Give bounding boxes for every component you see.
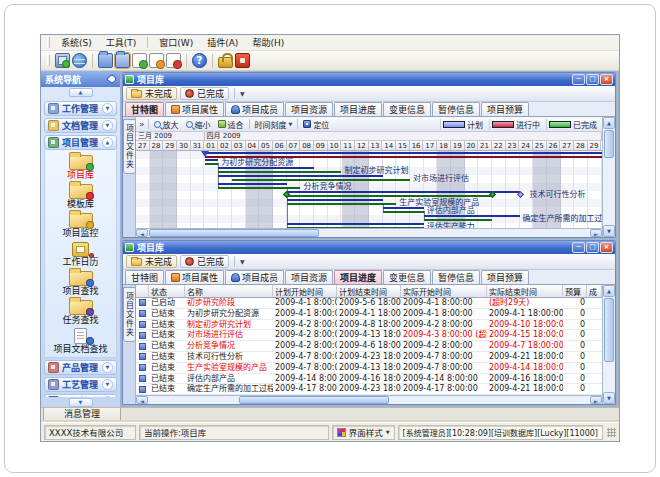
expand-icon[interactable]: ▼ bbox=[102, 103, 113, 114]
gantt-tab-6[interactable]: 暂停信息 bbox=[432, 102, 480, 116]
scroll-up-button[interactable] bbox=[603, 285, 615, 297]
task-done-bar[interactable] bbox=[287, 195, 493, 197]
gantt-tab-1[interactable]: 项目属性 bbox=[165, 102, 224, 116]
scroll-right-button[interactable] bbox=[590, 229, 602, 237]
table-tab-7[interactable]: 项目预算 bbox=[481, 270, 529, 284]
sidebar-group-process-mgmt[interactable]: 工艺管理▼ bbox=[44, 377, 117, 392]
task-plan-bar[interactable] bbox=[287, 199, 383, 201]
gantt-tab-2[interactable]: 项目成员 bbox=[225, 102, 284, 116]
sidebar-scroll-down-button[interactable] bbox=[69, 398, 93, 407]
toolbar-grip[interactable] bbox=[47, 55, 50, 66]
filter-unfinished-button[interactable]: 未完成 bbox=[126, 255, 177, 268]
gantt-chart[interactable]: 为初步研究分配资源制定初步研究计划对市场进行评估分析竞争情况技术可行性分析生产实… bbox=[136, 151, 602, 228]
filter-unfinished-button[interactable]: 未完成 bbox=[126, 87, 177, 100]
fit-button[interactable]: 适合 bbox=[216, 119, 246, 130]
gantt-tab-3[interactable]: 项目资源 bbox=[285, 102, 333, 116]
column-header-1[interactable]: 状态 bbox=[149, 285, 185, 297]
table-row[interactable]: 已结束为初步研究分配资源2009-4-1 8:00:002009-4-1 18:… bbox=[136, 309, 602, 320]
task-done-bar[interactable] bbox=[383, 211, 424, 213]
zoom-in-button[interactable]: 放大 bbox=[152, 119, 181, 130]
table-tab-2[interactable]: 项目成员 bbox=[225, 270, 284, 284]
task-done-bar[interactable] bbox=[205, 163, 219, 165]
expand-icon[interactable]: ▼ bbox=[102, 120, 113, 131]
mail-delete-icon[interactable] bbox=[166, 53, 181, 68]
menu-item-1[interactable]: 工具(T) bbox=[99, 35, 144, 50]
scroll-up-button[interactable] bbox=[603, 117, 615, 129]
pin-icon[interactable] bbox=[106, 73, 117, 84]
sidebar-item-work-calendar[interactable]: 工作日历 bbox=[45, 240, 116, 267]
gantt-tab-4[interactable]: 项目进度 bbox=[334, 102, 382, 116]
sidebar-group-doc-mgmt[interactable]: 文档管理▼ bbox=[44, 118, 117, 133]
hscroll-thumb[interactable] bbox=[239, 396, 389, 404]
mail-check-icon[interactable] bbox=[149, 53, 164, 68]
filter-more-button[interactable] bbox=[240, 258, 245, 265]
folder-save-icon[interactable] bbox=[115, 53, 130, 68]
table-tab-3[interactable]: 项目资源 bbox=[285, 270, 333, 284]
scroll-right-button[interactable] bbox=[590, 396, 602, 404]
collapse-icon[interactable]: ▲ bbox=[102, 137, 113, 148]
task-done-bar[interactable] bbox=[287, 227, 424, 228]
gantt-vscrollbar[interactable] bbox=[602, 117, 615, 237]
gantt-hscrollbar[interactable] bbox=[136, 228, 602, 237]
sidebar-group-project-mgmt[interactable]: 项目管理▲ bbox=[44, 135, 117, 150]
zoom-out-button[interactable]: 缩小 bbox=[184, 119, 213, 130]
minimize-button[interactable] bbox=[572, 74, 585, 85]
task-plan-bar[interactable] bbox=[287, 191, 520, 193]
table-vscrollbar[interactable] bbox=[602, 285, 615, 404]
task-plan-bar[interactable] bbox=[205, 159, 219, 161]
column-header-4[interactable]: 计划结束时间 bbox=[337, 285, 401, 297]
scroll-left-button[interactable] bbox=[136, 396, 148, 404]
table-hscrollbar[interactable] bbox=[136, 395, 602, 404]
sidebar-item-project-search[interactable]: 项目查找 bbox=[45, 269, 116, 296]
summary-plan-bar[interactable] bbox=[205, 152, 602, 154]
table-row[interactable]: 已结束分析竞争情况2009-4-2 8:00:002009-4-6 18:00:… bbox=[136, 341, 602, 352]
side-tab-project-folder[interactable]: 项目文件夹 bbox=[123, 287, 136, 342]
task-done-bar[interactable] bbox=[218, 171, 341, 173]
vscroll-thumb[interactable] bbox=[604, 298, 614, 362]
gantt-window-titlebar[interactable]: 项目库 bbox=[123, 73, 615, 86]
computer-icon[interactable] bbox=[55, 53, 70, 68]
column-header-3[interactable]: 计划开始时间 bbox=[273, 285, 337, 297]
menu-grip[interactable] bbox=[47, 37, 50, 48]
task-plan-bar[interactable] bbox=[287, 223, 424, 225]
lock-icon[interactable] bbox=[218, 57, 233, 68]
column-header-7[interactable]: 预算 bbox=[563, 285, 587, 297]
task-done-bar[interactable] bbox=[218, 187, 300, 189]
scroll-down-button[interactable] bbox=[603, 225, 615, 237]
gantt-tab-7[interactable]: 项目预算 bbox=[481, 102, 529, 116]
task-done-bar[interactable] bbox=[424, 219, 493, 221]
filter-finished-button[interactable]: 已完成 bbox=[180, 87, 229, 100]
column-header-8[interactable]: 成 bbox=[587, 285, 602, 297]
column-header-2[interactable]: 名称 bbox=[185, 285, 273, 297]
table-row[interactable]: 已结束对市场进行评估2009-4-2 8:00:002009-4-13 18:0… bbox=[136, 330, 602, 341]
table-row[interactable]: 已结束生产实验室规模的产品2009-4-7 8:00:002009-4-13 1… bbox=[136, 363, 602, 374]
help-icon[interactable] bbox=[192, 53, 207, 68]
column-header-6[interactable]: 实际结束时间 bbox=[487, 285, 563, 297]
close-button[interactable] bbox=[600, 242, 613, 253]
table-window-titlebar[interactable]: 项目库 bbox=[123, 241, 615, 254]
exit-icon[interactable] bbox=[235, 53, 250, 68]
table-row[interactable]: 已结束确定生产所需的加工过程2009-4-17 8:00:002009-4-23… bbox=[136, 384, 602, 395]
table-tab-5[interactable]: 变更信息 bbox=[383, 270, 431, 284]
table-tab-1[interactable]: 项目属性 bbox=[165, 270, 224, 284]
table-tab-6[interactable]: 暂停信息 bbox=[432, 270, 480, 284]
locate-button[interactable]: 定位 bbox=[301, 119, 331, 130]
sidebar-item-task-search[interactable]: 任务查找 bbox=[45, 298, 116, 325]
table-tab-0[interactable]: 甘特图 bbox=[125, 270, 164, 284]
expand-icon[interactable]: ▼ bbox=[102, 362, 113, 373]
task-plan-bar[interactable] bbox=[424, 215, 520, 217]
gantt-tab-0[interactable]: 甘特图 bbox=[125, 102, 164, 116]
menu-item-2[interactable]: 窗口(W) bbox=[152, 35, 200, 50]
table-tab-4[interactable]: 项目进度 bbox=[334, 270, 382, 284]
time-scale-button[interactable]: 时间刻度 bbox=[253, 119, 295, 130]
mail-new-icon[interactable] bbox=[132, 53, 147, 68]
column-header-0[interactable] bbox=[136, 285, 149, 297]
side-tab-project-folder[interactable]: 项目文件夹 bbox=[123, 119, 136, 174]
restore-button[interactable] bbox=[586, 242, 599, 253]
close-button[interactable] bbox=[600, 74, 613, 85]
ui-style-button[interactable]: 界面样式 bbox=[332, 425, 395, 440]
scroll-down-button[interactable] bbox=[603, 392, 615, 404]
task-plan-bar[interactable] bbox=[218, 183, 287, 185]
sidebar-collapse-button[interactable] bbox=[69, 88, 93, 97]
menu-item-4[interactable]: 帮助(H) bbox=[245, 35, 291, 50]
